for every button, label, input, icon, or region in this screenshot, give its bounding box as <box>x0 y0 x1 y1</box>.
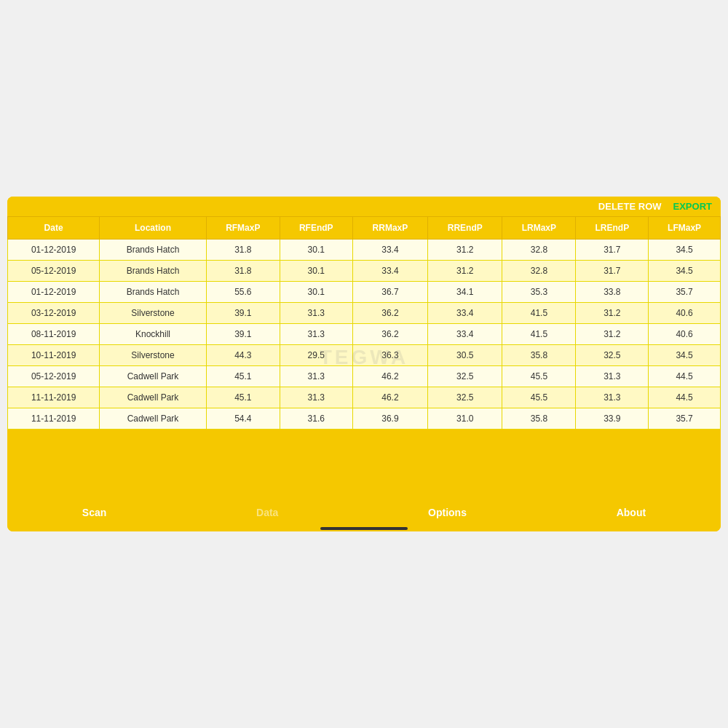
table-wrapper: TEGWA DateLocationRFMaxPRFEndPRRMaxPRREn… <box>7 216 721 498</box>
bottom-nav: Scan Data Options About <box>7 498 721 524</box>
table-cell: Knockhill <box>100 324 207 345</box>
table-cell: Silverstone <box>100 345 207 366</box>
table-cell: 33.9 <box>576 408 649 430</box>
table-cell: 33.4 <box>352 240 427 261</box>
table-row[interactable]: 08-11-2019Knockhill39.131.336.233.441.53… <box>8 324 721 345</box>
table-cell: 31.8 <box>206 261 280 282</box>
app-container: DELETE ROW EXPORT TEGWA DateLocationRFMa… <box>7 197 721 531</box>
table-cell: 40.6 <box>649 303 721 324</box>
table-cell: 32.5 <box>576 345 649 366</box>
table-row[interactable]: 11-11-2019Cadwell Park45.131.346.232.545… <box>8 387 721 408</box>
table-cell: 32.5 <box>428 366 502 387</box>
table-cell: 40.6 <box>649 324 721 345</box>
table-cell: 34.5 <box>649 240 721 261</box>
table-cell: 44.3 <box>206 345 280 366</box>
table-cell: 45.1 <box>206 366 280 387</box>
table-cell: 30.1 <box>280 261 352 282</box>
table-row[interactable]: 01-12-2019Brands Hatch31.830.133.431.232… <box>8 240 721 261</box>
table-header-row: DateLocationRFMaxPRFEndPRRMaxPRREndPLRMa… <box>8 217 721 240</box>
table-row[interactable]: 10-11-2019Silverstone44.329.536.330.535.… <box>8 345 721 366</box>
table-row[interactable]: 01-12-2019Brands Hatch55.630.136.734.135… <box>8 282 721 303</box>
table-cell: 44.5 <box>649 366 721 387</box>
table-cell: 35.7 <box>649 408 721 430</box>
table-row[interactable]: 03-12-2019Silverstone39.131.336.233.441.… <box>8 303 721 324</box>
table-row[interactable]: 05-12-2019Cadwell Park45.131.346.232.545… <box>8 366 721 387</box>
table-cell: 03-12-2019 <box>8 303 100 324</box>
nav-data[interactable]: Data <box>242 504 293 521</box>
table-cell: Brands Hatch <box>100 240 207 261</box>
table-cell: 35.3 <box>502 282 576 303</box>
table-cell: 32.8 <box>502 261 576 282</box>
table-header-cell: Date <box>8 217 100 240</box>
home-indicator <box>7 524 721 531</box>
table-cell: 30.1 <box>280 240 352 261</box>
table-cell: 34.5 <box>649 345 721 366</box>
table-cell: 31.8 <box>206 240 280 261</box>
delete-row-button[interactable]: DELETE ROW <box>598 201 662 212</box>
table-header-cell: LREndP <box>576 217 649 240</box>
table-row[interactable]: 11-11-2019Cadwell Park54.431.636.931.035… <box>8 408 721 430</box>
table-cell: 35.8 <box>502 408 576 430</box>
table-cell: Cadwell Park <box>100 366 207 387</box>
table-cell: 45.1 <box>206 387 280 408</box>
table-cell: 34.1 <box>428 282 502 303</box>
table-cell: 36.2 <box>352 303 427 324</box>
table-cell: 45.5 <box>502 366 576 387</box>
table-cell: 31.2 <box>576 324 649 345</box>
table-cell: 30.5 <box>428 345 502 366</box>
table-cell: 01-12-2019 <box>8 282 100 303</box>
table-cell: 33.8 <box>576 282 649 303</box>
table-cell: 34.5 <box>649 261 721 282</box>
table-cell: 41.5 <box>502 303 576 324</box>
table-cell: Cadwell Park <box>100 408 207 430</box>
table-cell: 31.3 <box>576 366 649 387</box>
table-cell: Silverstone <box>100 303 207 324</box>
table-header-cell: RREndP <box>428 217 502 240</box>
table-cell: 33.4 <box>352 261 427 282</box>
table-cell: 05-12-2019 <box>8 261 100 282</box>
table-cell: 41.5 <box>502 324 576 345</box>
table-header-cell: RRMaxP <box>352 217 427 240</box>
table-cell: 29.5 <box>280 345 352 366</box>
table-cell: 54.4 <box>206 408 280 430</box>
table-cell: 46.2 <box>352 366 427 387</box>
table-cell: 11-11-2019 <box>8 408 100 430</box>
table-cell: 31.7 <box>576 261 649 282</box>
table-cell: 31.3 <box>280 366 352 387</box>
table-cell: 11-11-2019 <box>8 387 100 408</box>
nav-about[interactable]: About <box>602 504 660 521</box>
table-cell: 31.0 <box>428 408 502 430</box>
table-cell: 31.6 <box>280 408 352 430</box>
export-button[interactable]: EXPORT <box>673 201 712 212</box>
table-cell: 01-12-2019 <box>8 240 100 261</box>
nav-scan[interactable]: Scan <box>68 504 121 521</box>
table-cell: 39.1 <box>206 303 280 324</box>
table-cell: 31.3 <box>280 324 352 345</box>
table-header-cell: RFMaxP <box>206 217 280 240</box>
table-cell: Brands Hatch <box>100 261 207 282</box>
table-cell: 31.2 <box>576 303 649 324</box>
table-cell: 31.3 <box>280 387 352 408</box>
table-cell: 55.6 <box>206 282 280 303</box>
table-cell: Cadwell Park <box>100 387 207 408</box>
table-cell: Brands Hatch <box>100 282 207 303</box>
table-cell: 31.7 <box>576 240 649 261</box>
table-cell: 31.2 <box>428 240 502 261</box>
table-cell: 32.5 <box>428 387 502 408</box>
table-row[interactable]: 05-12-2019Brands Hatch31.830.133.431.232… <box>8 261 721 282</box>
table-cell: 08-11-2019 <box>8 324 100 345</box>
table-cell: 46.2 <box>352 387 427 408</box>
table-cell: 36.3 <box>352 345 427 366</box>
nav-options[interactable]: Options <box>414 504 481 521</box>
toolbar: DELETE ROW EXPORT <box>7 197 721 216</box>
table-cell: 36.9 <box>352 408 427 430</box>
table-cell: 36.2 <box>352 324 427 345</box>
table-cell: 33.4 <box>428 324 502 345</box>
table-cell: 33.4 <box>428 303 502 324</box>
table-header-cell: Location <box>100 217 207 240</box>
table-cell: 31.3 <box>576 387 649 408</box>
table-cell: 45.5 <box>502 387 576 408</box>
table-cell: 35.7 <box>649 282 721 303</box>
data-table: DateLocationRFMaxPRFEndPRRMaxPRREndPLRMa… <box>7 216 721 430</box>
table-cell: 32.8 <box>502 240 576 261</box>
